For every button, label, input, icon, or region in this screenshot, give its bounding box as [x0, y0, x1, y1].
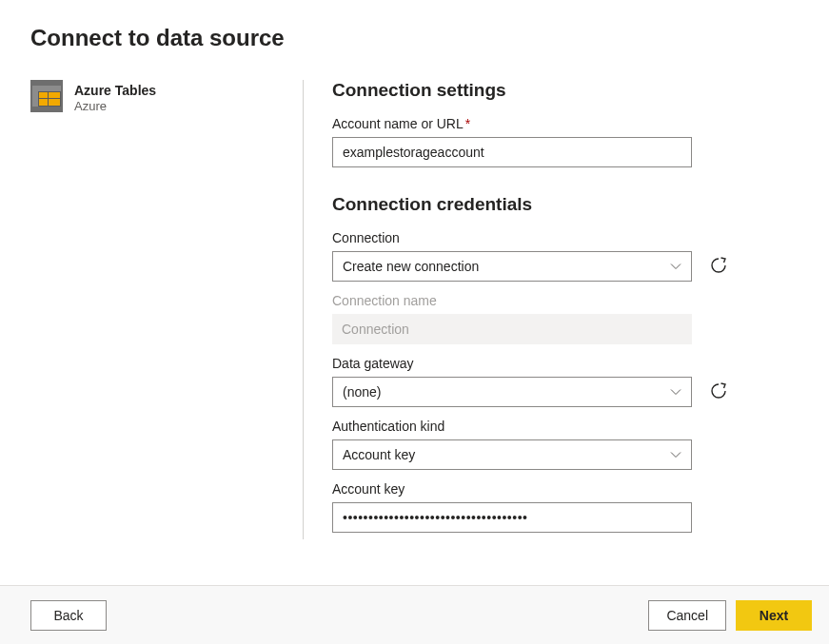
- connector-summary: Azure Tables Azure: [30, 80, 156, 115]
- refresh-icon: [709, 381, 728, 403]
- data-gateway-label: Data gateway: [332, 356, 799, 371]
- connection-name-label: Connection name: [332, 293, 799, 308]
- account-key-label: Account key: [332, 481, 799, 497]
- section-connection-credentials: Connection credentials: [332, 194, 799, 215]
- svg-rect-5: [49, 92, 60, 98]
- connection-select-value: Create new connection: [343, 259, 479, 274]
- data-gateway-select[interactable]: (none): [332, 377, 692, 407]
- page-title: Connect to data source: [30, 25, 799, 51]
- next-button[interactable]: Next: [736, 600, 812, 631]
- svg-rect-6: [39, 99, 48, 106]
- chevron-down-icon: [670, 449, 681, 460]
- account-name-input[interactable]: [332, 137, 692, 167]
- refresh-connection-button[interactable]: [707, 255, 730, 278]
- connection-label: Connection: [332, 230, 799, 245]
- connector-subtitle: Azure: [74, 99, 156, 115]
- back-button[interactable]: Back: [30, 600, 107, 631]
- auth-kind-select[interactable]: Account key: [332, 439, 692, 470]
- footer-bar: Back Cancel Next: [0, 585, 829, 644]
- svg-rect-4: [39, 92, 48, 98]
- required-mark: *: [465, 116, 470, 131]
- data-gateway-select-value: (none): [343, 384, 381, 400]
- section-connection-settings: Connection settings: [332, 80, 799, 101]
- connection-name-input: Connection: [332, 314, 692, 344]
- connector-title: Azure Tables: [74, 82, 156, 99]
- account-key-input[interactable]: [332, 502, 692, 533]
- svg-rect-2: [32, 86, 61, 91]
- connection-select[interactable]: Create new connection: [332, 251, 692, 282]
- svg-rect-3: [32, 91, 38, 107]
- auth-kind-select-value: Account key: [343, 447, 415, 462]
- refresh-gateway-button[interactable]: [707, 381, 730, 403]
- auth-kind-label: Authentication kind: [332, 419, 799, 434]
- chevron-down-icon: [670, 261, 681, 272]
- svg-rect-7: [49, 99, 60, 106]
- cancel-button[interactable]: Cancel: [648, 600, 726, 631]
- account-name-label: Account name or URL*: [332, 116, 799, 131]
- chevron-down-icon: [670, 386, 681, 398]
- azure-tables-icon: [30, 80, 63, 112]
- refresh-icon: [709, 256, 728, 278]
